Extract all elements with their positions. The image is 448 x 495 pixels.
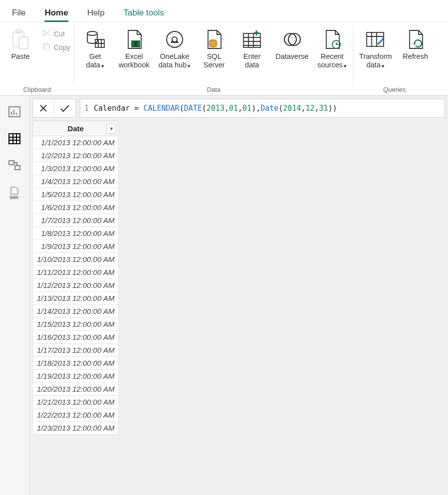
paste-icon bbox=[11, 27, 30, 51]
get-data-button[interactable]: Get data▾ bbox=[79, 25, 112, 69]
table-row[interactable]: 1/20/2013 12:00:00 AM bbox=[33, 383, 119, 396]
table-row[interactable]: 1/22/2013 12:00:00 AM bbox=[33, 409, 119, 422]
paste-button: Paste bbox=[4, 25, 37, 61]
cancel-formula-button[interactable] bbox=[33, 99, 54, 117]
cell-date[interactable]: 1/11/2013 12:00:00 AM bbox=[33, 266, 119, 279]
sql-icon bbox=[204, 27, 224, 51]
table-row[interactable]: 1/1/2013 12:00:00 AM bbox=[33, 136, 119, 149]
cell-date[interactable]: 1/22/2013 12:00:00 AM bbox=[33, 409, 119, 422]
cell-date[interactable]: 1/6/2013 12:00:00 AM bbox=[33, 201, 119, 214]
cell-date[interactable]: 1/15/2013 12:00:00 AM bbox=[33, 318, 119, 331]
table-row[interactable]: 1/2/2013 12:00:00 AM bbox=[33, 149, 119, 162]
tab-help[interactable]: Help bbox=[87, 8, 105, 22]
table-row[interactable]: 1/4/2013 12:00:00 AM bbox=[33, 175, 119, 188]
get-data-label: Get data▾ bbox=[86, 52, 104, 69]
cell-date[interactable]: 1/7/2013 12:00:00 AM bbox=[33, 214, 119, 227]
cell-date[interactable]: 1/9/2013 12:00:00 AM bbox=[33, 240, 119, 253]
column-filter-dropdown[interactable]: ▾ bbox=[106, 124, 116, 134]
model-view-button[interactable] bbox=[7, 159, 22, 173]
table-row[interactable]: 1/17/2013 12:00:00 AM bbox=[33, 344, 119, 357]
svg-point-12 bbox=[172, 37, 177, 42]
cell-date[interactable]: 1/23/2013 12:00:00 AM bbox=[33, 422, 119, 435]
refresh-button[interactable]: Refresh bbox=[399, 25, 432, 61]
table-row[interactable]: 1/23/2013 12:00:00 AM bbox=[33, 422, 119, 435]
table-area[interactable]: Date ▾ 1/1/2013 12:00:00 AM1/2/2013 12:0… bbox=[29, 121, 448, 495]
cell-date[interactable]: 1/21/2013 12:00:00 AM bbox=[33, 396, 119, 409]
report-view-button[interactable] bbox=[7, 105, 22, 119]
svg-text:X: X bbox=[134, 41, 137, 47]
table-row[interactable]: 1/13/2013 12:00:00 AM bbox=[33, 292, 119, 305]
recent-sources-button[interactable]: Recent sources▾ bbox=[315, 25, 349, 69]
table-row[interactable]: 1/15/2013 12:00:00 AM bbox=[33, 318, 119, 331]
onelake-button[interactable]: OneLake data hub▾ bbox=[157, 25, 193, 69]
recent-icon bbox=[322, 27, 342, 51]
enter-data-icon bbox=[241, 27, 262, 51]
tab-file[interactable]: File bbox=[12, 8, 25, 22]
svg-rect-18 bbox=[9, 134, 20, 144]
cell-date[interactable]: 1/14/2013 12:00:00 AM bbox=[33, 305, 119, 318]
cell-date[interactable]: 1/5/2013 12:00:00 AM bbox=[33, 188, 119, 201]
tab-home[interactable]: Home bbox=[44, 8, 68, 22]
data-view-button[interactable] bbox=[7, 132, 22, 146]
cell-date[interactable]: 1/3/2013 12:00:00 AM bbox=[33, 162, 119, 175]
cell-date[interactable]: 1/16/2013 12:00:00 AM bbox=[33, 331, 119, 344]
formula-line-number: 1 bbox=[84, 104, 89, 113]
sql-server-button[interactable]: SQL Server bbox=[198, 25, 230, 69]
cell-date[interactable]: 1/20/2013 12:00:00 AM bbox=[33, 383, 119, 396]
table-row[interactable]: 1/8/2013 12:00:00 AM bbox=[33, 227, 119, 240]
cell-date[interactable]: 1/19/2013 12:00:00 AM bbox=[33, 370, 119, 383]
formula-input[interactable]: 1 Calendar = CALENDAR(DATE(2013,01,01),D… bbox=[80, 99, 445, 118]
get-data-icon bbox=[84, 27, 106, 51]
tab-table-tools[interactable]: Table tools bbox=[124, 8, 164, 22]
cut-button: Cut bbox=[42, 28, 70, 39]
svg-rect-2 bbox=[19, 37, 28, 49]
cell-date[interactable]: 1/4/2013 12:00:00 AM bbox=[33, 175, 119, 188]
group-queries-label: Queries bbox=[383, 85, 406, 95]
table-row[interactable]: 1/11/2013 12:00:00 AM bbox=[33, 266, 119, 279]
menu-tabs: File Home Help Table tools bbox=[0, 0, 448, 22]
table-row[interactable]: 1/18/2013 12:00:00 AM bbox=[33, 357, 119, 370]
table-row[interactable]: 1/9/2013 12:00:00 AM bbox=[33, 240, 119, 253]
cell-date[interactable]: 1/2/2013 12:00:00 AM bbox=[33, 149, 119, 162]
table-row[interactable]: 1/12/2013 12:00:00 AM bbox=[33, 279, 119, 292]
table-row[interactable]: 1/14/2013 12:00:00 AM bbox=[33, 305, 119, 318]
column-header-label: Date bbox=[67, 124, 84, 133]
table-row[interactable]: 1/10/2013 12:00:00 AM bbox=[33, 253, 119, 266]
table-row[interactable]: 1/6/2013 12:00:00 AM bbox=[33, 201, 119, 214]
excel-icon: X bbox=[124, 27, 144, 51]
copy-label: Copy bbox=[54, 43, 70, 51]
svg-rect-16 bbox=[367, 32, 384, 46]
enter-data-button[interactable]: Enter data bbox=[235, 25, 268, 69]
transform-data-button[interactable]: Transform data▾ bbox=[357, 25, 394, 69]
cell-date[interactable]: 1/10/2013 12:00:00 AM bbox=[33, 253, 119, 266]
cell-date[interactable]: 1/18/2013 12:00:00 AM bbox=[33, 357, 119, 370]
onelake-label: OneLake data hub▾ bbox=[159, 52, 191, 69]
table-row[interactable]: 1/19/2013 12:00:00 AM bbox=[33, 370, 119, 383]
group-data: Get data▾ X Excel workbook OneLake data … bbox=[75, 22, 353, 95]
excel-label: Excel workbook bbox=[119, 52, 150, 69]
cell-date[interactable]: 1/8/2013 12:00:00 AM bbox=[33, 227, 119, 240]
table-row[interactable]: 1/16/2013 12:00:00 AM bbox=[33, 331, 119, 344]
transform-icon bbox=[365, 27, 387, 51]
column-header-date[interactable]: Date ▾ bbox=[33, 121, 119, 136]
cell-date[interactable]: 1/1/2013 12:00:00 AM bbox=[33, 136, 119, 149]
table-row[interactable]: 1/5/2013 12:00:00 AM bbox=[33, 188, 119, 201]
formula-text: Calendar = CALENDAR(DATE(2013,01,01),Dat… bbox=[94, 104, 337, 113]
cell-date[interactable]: 1/17/2013 12:00:00 AM bbox=[33, 344, 119, 357]
group-queries: Transform data▾ Refresh Queries bbox=[353, 22, 436, 95]
table-row[interactable]: 1/21/2013 12:00:00 AM bbox=[33, 396, 119, 409]
svg-text:DAX: DAX bbox=[10, 195, 18, 199]
cell-date[interactable]: 1/12/2013 12:00:00 AM bbox=[33, 279, 119, 292]
dax-view-button[interactable]: DAX bbox=[7, 186, 22, 200]
commit-formula-button[interactable] bbox=[54, 99, 75, 117]
cut-label: Cut bbox=[54, 30, 65, 38]
table-row[interactable]: 1/7/2013 12:00:00 AM bbox=[33, 214, 119, 227]
svg-point-7 bbox=[87, 31, 97, 35]
cell-date[interactable]: 1/13/2013 12:00:00 AM bbox=[33, 292, 119, 305]
dataverse-button[interactable]: Dataverse bbox=[273, 25, 310, 61]
svg-rect-19 bbox=[9, 161, 14, 165]
excel-workbook-button[interactable]: X Excel workbook bbox=[117, 25, 152, 69]
transform-label: Transform data▾ bbox=[359, 52, 392, 69]
table-row[interactable]: 1/3/2013 12:00:00 AM bbox=[33, 162, 119, 175]
group-clipboard: Paste Cut Copy Clipboard bbox=[0, 22, 74, 95]
